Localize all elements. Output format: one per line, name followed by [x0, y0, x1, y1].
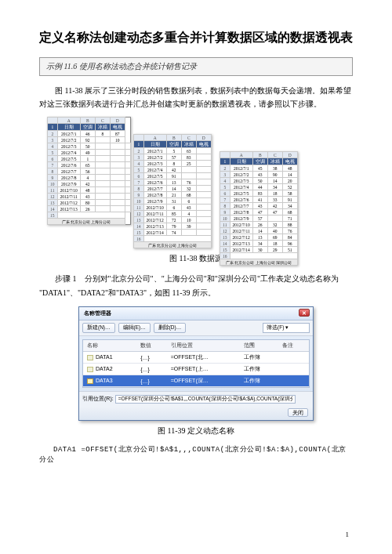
formula-line: DATA1 =OFFSET(北京分公司!$A$1,,,COUNTA(北京分公司!… [39, 444, 353, 465]
close-icon[interactable]: ✕ [299, 309, 310, 317]
step-1-line-a: 步骤 1 分别对"北京分公司"、"上海分公司"和"深圳分公司"工作表定义动态名称… [39, 272, 339, 286]
page-title: 定义名称法创建动态多重合并计算数据区域的数据透视表 [39, 30, 353, 46]
step-1-text: 步骤 1 分别对"北京分公司"、"上海分公司"和"深圳分公司"工作表定义动态名称… [39, 272, 353, 300]
edit-button[interactable]: 编辑(E)… [118, 323, 151, 333]
intro-paragraph: 图 11-38 展示了三张分时段的销售数据列表，数据列表中的数据每天会递增。如果… [39, 84, 353, 110]
figure-caption-1: 图 11-38 数据源 [39, 253, 353, 264]
example-banner: 示例 11.6 使用名称法动态合并统计销售记录 [39, 57, 353, 76]
sheet-b: ABCD1日期空调冰箱电视22012/7/156332012/7/2578342… [133, 134, 212, 248]
ref-input[interactable] [115, 395, 296, 404]
new-button[interactable]: 新建(N)… [82, 323, 115, 333]
ref-label: 引用位置(R): [82, 396, 114, 401]
figure-11-38: ABCD1日期空调冰箱电视22012/7/14688732012/7/29210… [47, 117, 345, 248]
names-table: 名称数值引用位置范围备注DATA1{…}=OFFSET(北…工作簿DATA2{…… [83, 340, 309, 387]
page-number: 1 [346, 530, 350, 538]
step-1-line-b: "DATA1"、"DATA2"和"DATA3"，如图 11-39 所示。 [39, 288, 216, 297]
dialog-title-text: 名称管理器 [84, 310, 111, 316]
delete-button[interactable]: 删除(D)… [154, 323, 187, 333]
name-manager-dialog: 名称管理器 ✕ 新建(N)… 编辑(E)… 删除(D)… 筛选(F) ▾ 名称数… [78, 306, 314, 421]
filter-button[interactable]: 筛选(F) ▾ [263, 323, 310, 333]
dialog-titlebar: 名称管理器 ✕ [79, 307, 313, 320]
close-button[interactable]: 关闭 [288, 408, 308, 417]
sheet-a: ABCD1日期空调冰箱电视22012/7/14688732012/7/29210… [47, 117, 131, 225]
sheet-c: ABCD1日期空调冰箱电视22012/7/145384832012/7/2439… [220, 151, 298, 266]
figure-caption-2: 图 11-39 定义动态名称 [39, 425, 353, 436]
